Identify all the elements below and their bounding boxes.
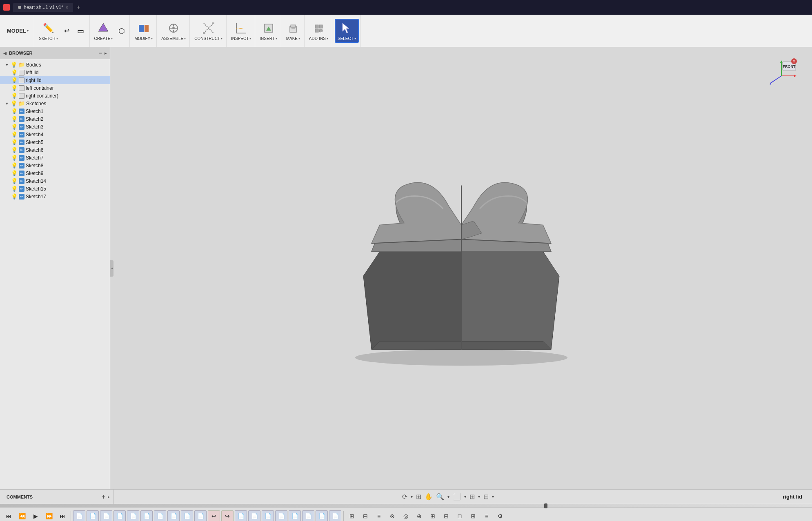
create-sub1[interactable]: ⬡	[116, 24, 128, 38]
timeline-control-k[interactable]: ≡	[481, 510, 493, 521]
document-tab[interactable]: heart sh...1 v1 v1* ×	[13, 3, 73, 12]
timeline-item-10[interactable]: 📄	[194, 510, 207, 521]
body-right-lid[interactable]: 💡 right lid	[0, 76, 110, 84]
right-lid-vis-icon[interactable]: 💡	[11, 77, 18, 83]
sketch-button[interactable]: ✏️ SKETCH ▾	[37, 20, 60, 42]
construct-button[interactable]: CONSTRUCT ▾	[192, 20, 225, 42]
timeline-item-14[interactable]: 📄	[248, 510, 260, 521]
sketch-sketch2[interactable]: 💡 ✏ Sketch2	[0, 115, 110, 123]
zoom-dropdown[interactable]: ▾	[447, 494, 450, 500]
browser-collapse-arrow[interactable]: ◀	[3, 51, 7, 55]
assemble-button[interactable]: ASSEMBLE ▾	[159, 20, 188, 42]
timeline-scrubber[interactable]	[0, 504, 812, 507]
timeline-control-d[interactable]: ⊗	[386, 510, 398, 521]
comments-add-button[interactable]: +	[102, 493, 105, 501]
timeline-item-3[interactable]: 📄	[100, 510, 112, 521]
sketch9-vis-icon[interactable]: 💡	[11, 170, 18, 176]
sketch7-vis-icon[interactable]: 💡	[11, 155, 18, 161]
sketch-sketch8[interactable]: 💡 ✏ Sketch8	[0, 162, 110, 169]
sketch-sketch5[interactable]: 💡 ✏ Sketch5	[0, 138, 110, 146]
sketches-group-row[interactable]: ▼ 💡 📁 Sketches	[0, 100, 110, 107]
sketch-sketch14[interactable]: 💡 ✏ Sketch14	[0, 177, 110, 185]
timeline-play-button[interactable]: ▶	[29, 510, 42, 521]
modify-button[interactable]: MODIFY ▾	[132, 20, 155, 42]
timeline-thumb[interactable]	[544, 503, 547, 508]
timeline-item-4[interactable]: 📄	[113, 510, 126, 521]
3d-viewport[interactable]: FRONT × ◂	[110, 47, 812, 489]
sketch-sketch3[interactable]: 💡 ✏ Sketch3	[0, 123, 110, 131]
timeline-item-17[interactable]: 📄	[289, 510, 301, 521]
sketch-sketch9[interactable]: 💡 ✏ Sketch9	[0, 169, 110, 177]
body-right-container[interactable]: 💡 right container)	[0, 92, 110, 100]
sketch-sketch1[interactable]: 💡 ✏ Sketch1	[0, 107, 110, 115]
timeline-start-button[interactable]: ⏮	[2, 510, 15, 521]
right-container-vis-icon[interactable]: 💡	[11, 93, 18, 99]
view-layout-dropdown[interactable]: ▾	[491, 494, 495, 500]
model-button[interactable]: MODEL ▾	[5, 27, 31, 35]
comments-expand-button[interactable]: ▸	[108, 494, 110, 499]
display-mode-button[interactable]: ⬜	[452, 492, 462, 501]
sketch-sketch4[interactable]: 💡 ✏ Sketch4	[0, 131, 110, 138]
orbit-dropdown[interactable]: ▾	[410, 494, 414, 500]
sketch3-vis-icon[interactable]: 💡	[11, 124, 18, 130]
inspect-button[interactable]: INSPECT ▾	[229, 20, 253, 42]
timeline-item-11[interactable]: ↩	[208, 510, 220, 521]
timeline-item-5[interactable]: 📄	[127, 510, 139, 521]
sketch6-vis-icon[interactable]: 💡	[11, 147, 18, 153]
browser-expand-button[interactable]: ▸	[105, 51, 107, 55]
tab-close-button[interactable]: ×	[66, 5, 68, 10]
sketches-visibility-icon[interactable]: 💡	[11, 100, 17, 106]
sketch8-vis-icon[interactable]: 💡	[11, 162, 18, 168]
timeline-control-h[interactable]: ⊟	[440, 510, 452, 521]
view-layout-button[interactable]: ⊟	[483, 492, 489, 501]
timeline-control-c[interactable]: ≡	[373, 510, 385, 521]
timeline-item-6[interactable]: 📄	[140, 510, 153, 521]
orbit-button[interactable]: ⟳	[401, 492, 408, 501]
grid-button[interactable]: ⊞	[469, 492, 476, 501]
sketch5-vis-icon[interactable]: 💡	[11, 139, 18, 145]
timeline-control-i[interactable]: □	[454, 510, 466, 521]
sketch17-vis-icon[interactable]: 💡	[11, 193, 18, 200]
zoom-button[interactable]: 🔍	[435, 492, 445, 501]
timeline-item-20[interactable]: 📄	[329, 510, 341, 521]
timeline-item-19[interactable]: 📄	[316, 510, 328, 521]
make-button[interactable]: MAKE ▾	[284, 20, 303, 42]
sketch14-vis-icon[interactable]: 💡	[11, 178, 18, 184]
timeline-item-18[interactable]: 📄	[302, 510, 314, 521]
timeline-control-g[interactable]: ⊞	[427, 510, 439, 521]
create-button[interactable]: CREATE ▾	[92, 20, 115, 42]
bodies-group-row[interactable]: ▼ 💡 📁 Bodies	[0, 61, 110, 69]
sketches-expand-arrow[interactable]: ▼	[4, 102, 9, 106]
bodies-visibility-icon[interactable]: 💡	[11, 62, 17, 68]
timeline-control-a[interactable]: ⊞	[346, 510, 358, 521]
timeline-item-13[interactable]: 📄	[235, 510, 247, 521]
timeline-item-16[interactable]: 📄	[275, 510, 287, 521]
timeline-item-12[interactable]: ↪	[221, 510, 234, 521]
timeline-item-15[interactable]: 📄	[262, 510, 274, 521]
body-left-container[interactable]: 💡 left container	[0, 84, 110, 92]
pan-button[interactable]: ✋	[424, 492, 434, 501]
sketch15-vis-icon[interactable]: 💡	[11, 186, 18, 192]
body-left-lid[interactable]: 💡 left lid	[0, 69, 110, 76]
grid-dropdown[interactable]: ▾	[477, 494, 481, 500]
select-button[interactable]: SELECT ▾	[335, 19, 359, 43]
undo-button[interactable]: ↩	[61, 25, 73, 37]
timeline-item-8[interactable]: 📄	[167, 510, 180, 521]
orientation-gizmo[interactable]: FRONT ×	[763, 55, 800, 92]
sketch4-vis-icon[interactable]: 💡	[11, 131, 18, 137]
timeline-item-2[interactable]: 📄	[87, 510, 99, 521]
sidebar-collapse-handle[interactable]: ◂	[110, 260, 113, 277]
sketch-sketch17[interactable]: 💡 ✏ Sketch17	[0, 193, 110, 200]
fit-view-button[interactable]: ⊞	[415, 492, 422, 501]
timeline-item-7[interactable]: 📄	[154, 510, 166, 521]
timeline-prev-button[interactable]: ⏪	[16, 510, 28, 521]
new-tab-button[interactable]: +	[76, 4, 80, 11]
timeline-end-button[interactable]: ⏭	[56, 510, 69, 521]
timeline-next-button[interactable]: ⏩	[43, 510, 55, 521]
model-dropdown[interactable]: MODEL ▾	[2, 15, 34, 47]
sketch1-vis-icon[interactable]: 💡	[11, 108, 18, 114]
timeline-control-l[interactable]: ⚙	[494, 510, 506, 521]
insert-button[interactable]: INSERT ▾	[258, 20, 279, 42]
timeline-item-9[interactable]: 📄	[181, 510, 193, 521]
sketch-sketch7[interactable]: 💡 ✏ Sketch7	[0, 154, 110, 162]
